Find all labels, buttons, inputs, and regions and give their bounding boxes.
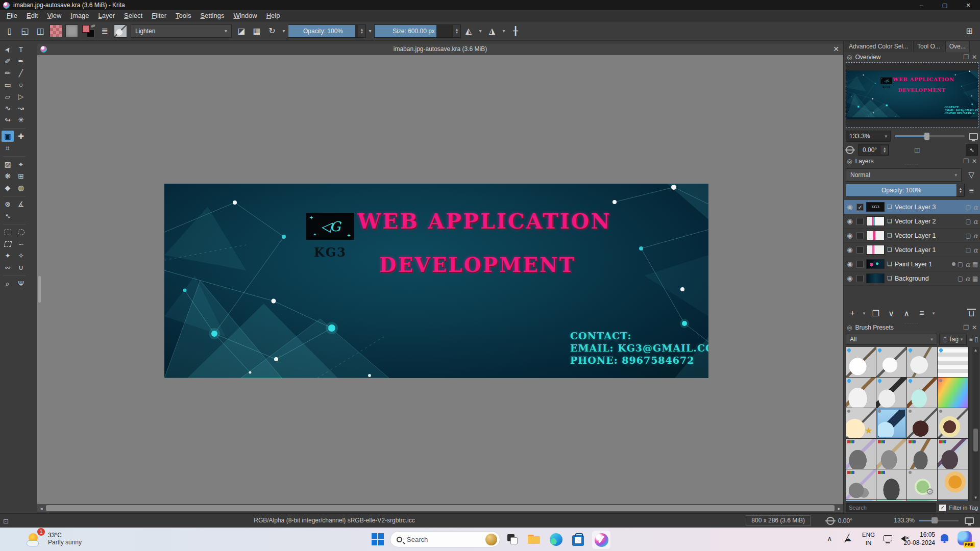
layer-row[interactable]: ◉❏Background▢α▦	[844, 271, 980, 286]
alpha-lock-icon[interactable]: α	[973, 232, 978, 240]
open-document-icon[interactable]: ◱	[18, 24, 32, 38]
rectangle-tool[interactable]: ▭	[2, 79, 14, 90]
menu-edit[interactable]: Edit	[22, 10, 42, 21]
layer-properties-button[interactable]: ≡	[915, 307, 928, 320]
oil-round-brush[interactable]	[876, 439, 906, 469]
layer-lock-icon[interactable]: ▢	[965, 204, 971, 211]
rotation-spinbox[interactable]: 0.00° ▲▼	[858, 144, 889, 156]
opacity-slider[interactable]: Opacity: 100%	[288, 24, 358, 38]
float-panel-icon[interactable]: ❐	[963, 158, 969, 165]
gradient-tool[interactable]: ▨	[2, 159, 14, 170]
float-panel-icon[interactable]: ❐	[963, 54, 969, 61]
rainbow-airbrush[interactable]	[938, 378, 968, 408]
polygonal-selection-tool[interactable]	[2, 238, 14, 249]
polyline-tool[interactable]: ▷	[15, 91, 27, 102]
layer-name[interactable]: Vector Layer 1	[895, 246, 963, 254]
layer-checkbox[interactable]	[856, 275, 864, 282]
experiment-brush[interactable]: ⚙	[907, 469, 937, 499]
copilot-button[interactable]: PRE	[958, 531, 972, 545]
menu-view[interactable]: View	[42, 10, 66, 21]
layer-opacity-spinner[interactable]: ▲▼	[957, 184, 965, 197]
minimize-button[interactable]: –	[910, 0, 933, 10]
color-sampler-tool[interactable]: ⌖	[15, 159, 27, 170]
sparkle-star-brush[interactable]: ★	[846, 408, 876, 438]
pattern-chooser-swatch[interactable]	[65, 24, 78, 37]
airbrush-blue[interactable]	[876, 408, 906, 438]
scroll-right-icon[interactable]: ▸	[835, 504, 843, 512]
canvas-vertical-scrollbar[interactable]	[38, 276, 41, 303]
round-smudge-brush[interactable]	[907, 408, 937, 438]
alpha-lock-icon[interactable]: α	[973, 203, 978, 211]
rake-scratch-brush[interactable]	[907, 439, 937, 469]
rotation-spinner[interactable]: ▲▼	[881, 145, 889, 155]
layer-checkbox[interactable]	[856, 232, 864, 239]
smart-patch-tool[interactable]: ⊞	[15, 170, 27, 182]
layer-checkbox[interactable]	[856, 218, 864, 225]
menu-tools[interactable]: Tools	[171, 10, 195, 21]
delete-layer-button[interactable]: ⊔	[965, 307, 978, 320]
freehand-brush-tool[interactable]: ✏	[2, 67, 14, 79]
file-explorer-button[interactable]	[527, 532, 541, 546]
layer-lock-icon[interactable]: ▢	[965, 246, 971, 254]
menu-filter[interactable]: Filter	[147, 10, 171, 21]
wet-bristle-brush[interactable]	[907, 378, 937, 408]
transform-tool[interactable]: ▣	[2, 131, 14, 142]
charcoal-pencil-brush[interactable]	[876, 378, 906, 408]
banner-artwork[interactable]: ✦ ◁G ✦ ✦ KG3 WEB APPLICATION DEVELOPMENT…	[164, 184, 708, 378]
layer-checkbox[interactable]	[856, 261, 864, 268]
zoom-level-dropdown[interactable]: 133.3% ▾	[846, 131, 891, 142]
mirror-view-icon[interactable]: ◫	[914, 146, 920, 154]
menu-file[interactable]: File	[2, 10, 22, 21]
dock-tab-toolo[interactable]: Tool O...	[913, 41, 944, 52]
selection-mode-icon[interactable]: ⊡	[3, 517, 9, 525]
clay-green-brush[interactable]	[876, 500, 906, 501]
swap-colors-icon[interactable]: ⇄	[91, 23, 95, 29]
menu-help[interactable]: Help	[262, 10, 285, 21]
save-document-icon[interactable]: ◫	[33, 24, 47, 38]
layer-style-icon[interactable]	[952, 262, 955, 266]
task-view-button[interactable]	[505, 532, 520, 546]
layer-row[interactable]: ◉❏Paint Layer 1▢α▦	[844, 257, 980, 271]
assistants-tool[interactable]: ⊗	[2, 198, 14, 210]
pixel-art-brush[interactable]	[938, 347, 968, 377]
menu-window[interactable]: Window	[229, 10, 261, 21]
vertical-mirror-icon[interactable]: ◮	[485, 24, 499, 38]
banner-artwork[interactable]: ✦ ◁G ✦ ✦ KG3 WEB APPLICATION DEVELOPMENT…	[846, 70, 978, 117]
dynamic-brush-tool[interactable]: ↬	[2, 114, 14, 126]
pin-overview-button[interactable]: ➴	[966, 144, 978, 156]
clay-blue-brush[interactable]	[846, 500, 876, 501]
chalk-scatter-brush[interactable]	[846, 469, 876, 499]
layer-name[interactable]: Vector Layer 3	[895, 204, 963, 211]
layer-blend-mode-dropdown[interactable]: Normal ▾	[846, 168, 962, 182]
layer-visibility-icon[interactable]: ◉	[846, 246, 854, 254]
alpha-lock-icon[interactable]: α	[973, 246, 978, 254]
freehand-selection-tool[interactable]: ∽	[15, 238, 27, 249]
dark-navy-brush[interactable]	[938, 500, 968, 501]
lock-icon[interactable]: ◎	[847, 158, 852, 165]
foreground-background-colors[interactable]: ⇄	[82, 24, 95, 38]
horizontal-mirror-caret[interactable]: ▾	[477, 24, 484, 38]
list-view-icon[interactable]: ≡	[969, 336, 972, 343]
layer-filter-icon[interactable]: ▽	[965, 168, 978, 182]
close-panel-icon[interactable]: ✕	[972, 158, 977, 165]
two-tone-blob-brush[interactable]	[938, 408, 968, 438]
wash-round-brush[interactable]	[876, 347, 906, 377]
notification-bell-icon[interactable]	[941, 534, 948, 541]
layer-visibility-icon[interactable]: ◉	[846, 232, 854, 239]
bezier-selection-tool[interactable]: ∾	[2, 262, 14, 273]
calligraphy-tool[interactable]: ✒	[15, 56, 27, 67]
crop-tool[interactable]: ⌗	[2, 142, 14, 154]
document-close-icon[interactable]: ✕	[833, 44, 839, 55]
scrollbar-thumb[interactable]	[46, 505, 835, 511]
tag-button[interactable]: ▯ Tag ▾	[939, 334, 967, 345]
layer-lock-icon[interactable]: ▢	[958, 275, 963, 282]
wash-swirl-brush[interactable]	[907, 347, 937, 377]
layer-name[interactable]: Background	[895, 275, 955, 282]
menu-settings[interactable]: Settings	[195, 10, 229, 21]
rectangular-selection-tool[interactable]	[2, 227, 14, 238]
brush-grid-scrollbar[interactable]: ▲ ▼	[972, 347, 979, 501]
add-layer-button[interactable]: +	[846, 307, 859, 320]
reload-preset-icon[interactable]: ↻	[265, 24, 279, 38]
similar-color-selection-tool[interactable]: ✧	[15, 250, 27, 261]
krita-taskbar-button[interactable]	[592, 531, 610, 549]
